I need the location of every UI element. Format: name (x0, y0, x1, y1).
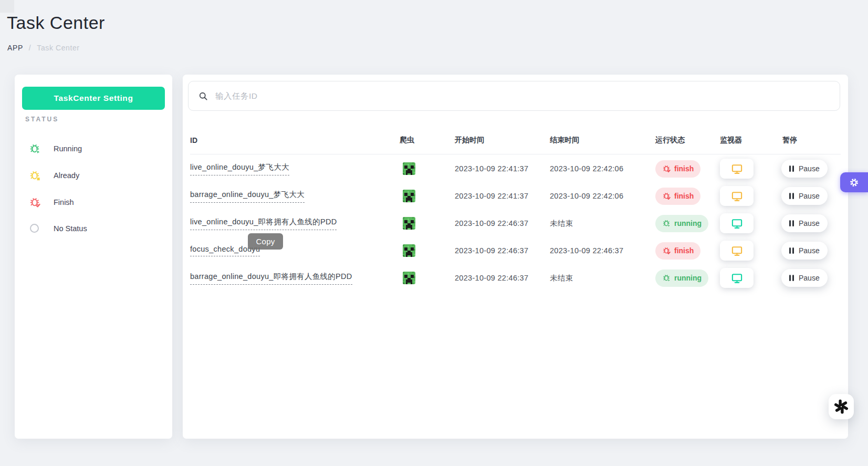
status-label: finish (674, 246, 694, 255)
monitor-icon (731, 245, 743, 257)
monitor-icon (731, 190, 743, 202)
table-header-row: ID 爬虫 开始时间 结束时间 运行状态 监视器 暂停 (190, 127, 841, 154)
start-time: 2023-10-09 22:46:37 (455, 246, 550, 255)
sidebar-item-no-status[interactable]: No Status (15, 215, 172, 242)
status-badge: finish (655, 188, 700, 205)
end-time: 未结束 (550, 273, 655, 283)
status-badge: running (655, 215, 708, 232)
task-id-link[interactable]: live_online_douyu_梦飞大大 (190, 162, 289, 175)
taskcenter-setting-button[interactable]: TaskCenter Setting (22, 87, 165, 110)
breadcrumb-root[interactable]: APP (7, 44, 23, 52)
end-time: 未结束 (550, 219, 655, 229)
table-row: barrage_online_douyu_梦飞大大 2023-10-09 22:… (190, 182, 841, 210)
status-label: finish (674, 164, 694, 173)
task-id-link[interactable]: live_online_douyu_即将拥有人鱼线的PDD (190, 217, 337, 230)
task-table-panel: ID 爬虫 开始时间 结束时间 运行状态 监视器 暂停 live_online_… (183, 75, 848, 439)
start-time: 2023-10-09 22:41:37 (455, 164, 550, 173)
search-icon (198, 91, 208, 101)
creeper-icon (403, 217, 415, 230)
pause-button[interactable]: Pause (781, 160, 828, 178)
column-header-status: 运行状态 (655, 136, 720, 145)
bug-running-icon (662, 274, 671, 282)
monitor-button[interactable] (720, 213, 754, 233)
task-id-link[interactable]: barrage_online_douyu_即将拥有人鱼线的PDD (190, 272, 352, 285)
sidebar-item-label: Already (54, 171, 79, 180)
monitor-icon (731, 218, 743, 230)
monitor-icon (731, 272, 743, 284)
monitor-button[interactable] (720, 268, 754, 288)
status-label: running (674, 219, 702, 227)
end-time: 2023-10-09 22:42:06 (550, 192, 655, 200)
pause-icon (789, 247, 794, 254)
gear-icon (849, 178, 859, 188)
bug-finish-icon (662, 192, 671, 200)
pause-icon (789, 275, 794, 281)
status-badge: finish (655, 160, 700, 178)
status-section-heading: STATUS (25, 116, 59, 123)
column-header-end: 结束时间 (550, 136, 655, 145)
breadcrumb: APP / Task Center (7, 44, 80, 52)
status-filter-panel: TaskCenter Setting STATUS Running Alread… (15, 75, 172, 439)
settings-fab-button[interactable] (840, 172, 868, 192)
monitor-button[interactable] (720, 241, 754, 261)
pause-button[interactable]: Pause (781, 187, 828, 205)
start-time: 2023-10-09 22:46:37 (455, 219, 550, 227)
start-time: 2023-10-09 22:46:37 (455, 274, 550, 282)
creeper-icon (403, 272, 415, 284)
pause-button[interactable]: Pause (781, 242, 828, 260)
bug-finish-icon (662, 164, 671, 173)
status-label: finish (674, 192, 694, 200)
table-row: live_online_douyu_梦飞大大 2023-10-09 22:41:… (190, 155, 841, 182)
pause-icon (789, 220, 794, 226)
monitor-button[interactable] (720, 186, 754, 206)
breadcrumb-separator: / (29, 44, 32, 52)
sidebar-item-label: Finish (54, 198, 74, 206)
pause-button[interactable]: Pause (781, 214, 828, 232)
pause-icon (789, 193, 794, 199)
pause-label: Pause (799, 274, 820, 282)
table-row: barrage_online_douyu_即将拥有人鱼线的PDD 2023-10… (190, 264, 841, 292)
assistant-fab-button[interactable] (829, 394, 854, 419)
pause-label: Pause (799, 219, 820, 227)
column-header-id: ID (190, 136, 400, 144)
bug-running-icon (662, 219, 671, 227)
sidebar-item-finish[interactable]: Finish (15, 189, 172, 215)
breadcrumb-current: Task Center (37, 44, 79, 52)
bug-running-icon (29, 143, 40, 154)
table-row: live_online_douyu_即将拥有人鱼线的PDD 2023-10-09… (190, 210, 841, 237)
end-time: 2023-10-09 22:42:06 (550, 164, 655, 173)
bug-already-icon (29, 170, 40, 181)
creeper-icon (403, 162, 415, 175)
window-corner-artifact (0, 0, 14, 13)
status-badge: finish (655, 242, 700, 260)
column-header-pause: 暂停 (782, 136, 841, 145)
sidebar-item-label: Running (54, 144, 82, 153)
pause-button[interactable]: Pause (781, 269, 828, 287)
column-header-start: 开始时间 (455, 136, 550, 145)
monitor-button[interactable] (720, 159, 754, 179)
creeper-icon (403, 190, 415, 202)
sidebar-item-running[interactable]: Running (15, 135, 172, 162)
pause-label: Pause (799, 246, 820, 255)
column-header-monitor: 监视器 (720, 136, 782, 145)
end-time: 2023-10-09 22:46:37 (550, 246, 655, 255)
task-id-link[interactable]: barrage_online_douyu_梦飞大大 (190, 190, 305, 203)
openai-logo-icon (833, 399, 849, 415)
monitor-icon (731, 163, 743, 175)
creeper-icon (403, 244, 415, 257)
copy-tooltip[interactable]: Copy (248, 233, 283, 250)
page-title: Task Center (7, 13, 105, 33)
bug-finish-icon (29, 196, 40, 208)
status-label: running (674, 274, 702, 282)
search-input[interactable] (215, 91, 830, 101)
start-time: 2023-10-09 22:41:37 (455, 192, 550, 200)
pause-label: Pause (799, 192, 820, 200)
task-search-box (188, 81, 840, 111)
bug-finish-icon (662, 246, 671, 255)
circle-icon (29, 223, 40, 234)
sidebar-item-already[interactable]: Already (15, 162, 172, 189)
table-header-divider (190, 154, 841, 154)
sidebar-item-label: No Status (54, 224, 87, 233)
column-header-spider: 爬虫 (400, 136, 455, 145)
status-badge: running (655, 270, 708, 287)
